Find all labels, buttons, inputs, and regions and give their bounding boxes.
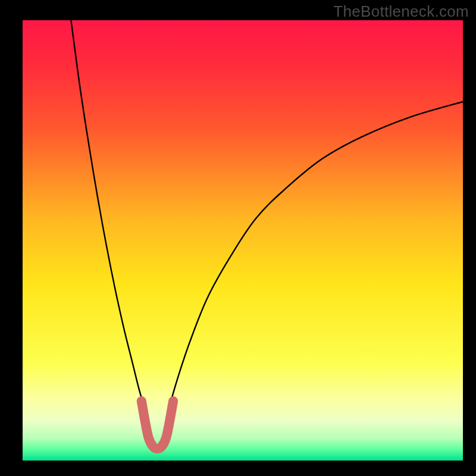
chart-frame: TheBottleneck.com — [0, 0, 476, 476]
plot-area — [23, 20, 463, 461]
plot-background — [23, 20, 463, 461]
watermark-text: TheBottleneck.com — [333, 2, 469, 21]
plot-svg — [23, 20, 463, 461]
